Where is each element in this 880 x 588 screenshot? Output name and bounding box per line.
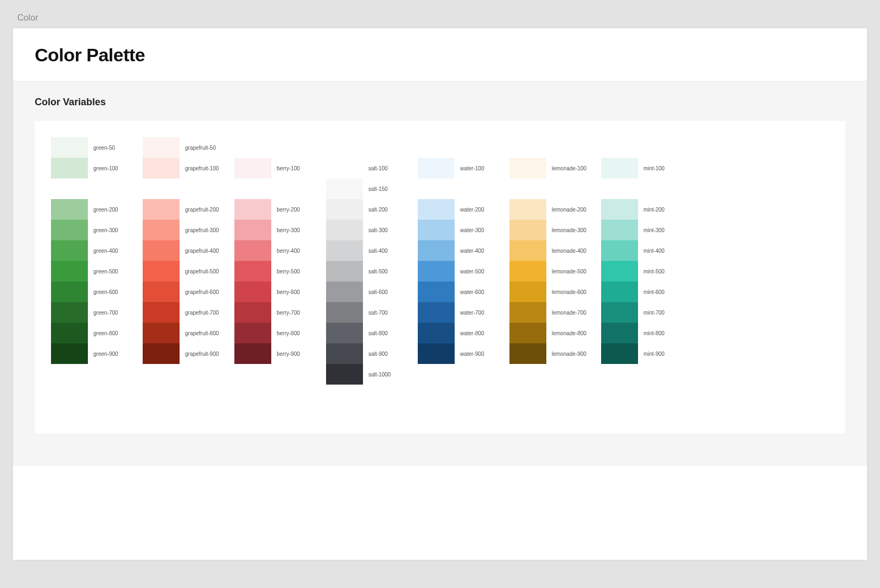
green-swatch bbox=[51, 199, 88, 220]
salt-swatch bbox=[326, 282, 363, 302]
empty-slot bbox=[509, 137, 594, 158]
grapefruit-swatch bbox=[143, 343, 180, 364]
swatch-row: lemonade-600 bbox=[509, 282, 594, 302]
swatch-row: green-100 bbox=[51, 158, 135, 178]
swatch-label: green-300 bbox=[93, 227, 118, 233]
swatch-row: berry-900 bbox=[234, 343, 318, 364]
swatch-row: grapefruit-700 bbox=[143, 302, 227, 323]
salt-swatch bbox=[326, 302, 363, 323]
swatch-row: salt-500 bbox=[326, 261, 410, 282]
swatch-label: grapefruit-200 bbox=[185, 207, 219, 213]
swatch-row: salt-600 bbox=[326, 282, 410, 302]
green-swatch bbox=[51, 158, 88, 178]
swatch-label: green-600 bbox=[93, 289, 118, 295]
berry-swatch bbox=[234, 323, 271, 343]
salt-swatch bbox=[326, 323, 363, 343]
green-swatch bbox=[51, 220, 88, 240]
swatch-label: salt-700 bbox=[368, 310, 388, 316]
lemonade-swatch bbox=[509, 158, 546, 178]
water-swatch bbox=[418, 302, 455, 323]
swatch-row: berry-700 bbox=[234, 302, 318, 323]
swatch-row: salt-700 bbox=[326, 302, 410, 323]
grapefruit-swatch bbox=[143, 220, 180, 240]
swatch-label: green-500 bbox=[93, 269, 118, 274]
green-swatch bbox=[51, 282, 88, 302]
swatch-row: salt-100 bbox=[326, 158, 410, 178]
main-group: water-200water-300water-400water-500wate… bbox=[418, 199, 502, 364]
column-berry: berry-100berry-200berry-300berry-400berr… bbox=[234, 137, 318, 364]
swatch-row: lemonade-300 bbox=[509, 220, 594, 240]
swatch-label: mint-800 bbox=[643, 330, 665, 336]
top-group: grapefruit-50grapefruit-100 bbox=[143, 137, 227, 178]
swatch-row: grapefruit-400 bbox=[143, 240, 227, 261]
swatch-row: grapefruit-300 bbox=[143, 220, 227, 240]
empty-slot bbox=[601, 137, 685, 158]
swatch-label: lemonade-500 bbox=[552, 269, 586, 274]
mint-swatch bbox=[601, 302, 638, 323]
swatch-row: lemonade-400 bbox=[509, 240, 594, 261]
swatch-row: lemonade-900 bbox=[509, 343, 594, 364]
berry-swatch bbox=[234, 261, 271, 282]
group-separator bbox=[234, 178, 318, 199]
lemonade-swatch bbox=[509, 343, 546, 364]
swatch-row: berry-800 bbox=[234, 323, 318, 343]
swatch-label: water-400 bbox=[460, 248, 484, 254]
swatch-row: lemonade-100 bbox=[509, 158, 594, 178]
swatch-label: mint-600 bbox=[643, 289, 665, 295]
swatch-row: salt-1000 bbox=[326, 364, 410, 385]
swatch-row: mint-600 bbox=[601, 282, 685, 302]
swatch-row: grapefruit-500 bbox=[143, 261, 227, 282]
swatch-row: green-800 bbox=[51, 323, 135, 343]
swatch-label: salt-150 bbox=[368, 186, 388, 192]
grapefruit-swatch bbox=[143, 323, 180, 343]
swatch-row: grapefruit-50 bbox=[143, 137, 227, 158]
swatch-label: grapefruit-400 bbox=[185, 248, 219, 254]
group-separator bbox=[51, 178, 135, 199]
swatch-label: grapefruit-600 bbox=[185, 289, 219, 295]
mint-swatch bbox=[601, 240, 638, 261]
empty-slot bbox=[234, 137, 318, 158]
swatch-row: grapefruit-200 bbox=[143, 199, 227, 220]
mint-swatch bbox=[601, 323, 638, 343]
swatch-row: berry-400 bbox=[234, 240, 318, 261]
lemonade-swatch bbox=[509, 240, 546, 261]
salt-swatch bbox=[326, 199, 363, 220]
swatch-label: green-900 bbox=[93, 351, 118, 357]
green-swatch bbox=[51, 302, 88, 323]
swatch-label: salt-1000 bbox=[368, 372, 391, 378]
berry-swatch bbox=[234, 343, 271, 364]
swatch-row: grapefruit-900 bbox=[143, 343, 227, 364]
water-swatch bbox=[418, 323, 455, 343]
swatch-row: lemonade-700 bbox=[509, 302, 594, 323]
swatch-row: mint-100 bbox=[601, 158, 685, 178]
swatch-row: water-700 bbox=[418, 302, 502, 323]
swatch-row: salt-800 bbox=[326, 323, 410, 343]
swatch-label: berry-400 bbox=[277, 248, 300, 254]
salt-swatch bbox=[326, 158, 363, 178]
lemonade-swatch bbox=[509, 323, 546, 343]
swatch-row: green-500 bbox=[51, 261, 135, 282]
swatch-label: green-400 bbox=[93, 248, 118, 254]
swatch-row: water-600 bbox=[418, 282, 502, 302]
swatch-label: mint-400 bbox=[643, 248, 665, 254]
berry-swatch bbox=[234, 158, 271, 178]
swatch-label: berry-800 bbox=[277, 330, 300, 336]
swatch-row: water-300 bbox=[418, 220, 502, 240]
grapefruit-swatch bbox=[143, 199, 180, 220]
swatch-row: lemonade-500 bbox=[509, 261, 594, 282]
green-swatch bbox=[51, 323, 88, 343]
group-separator: salt-150 bbox=[326, 178, 410, 199]
swatch-label: lemonade-700 bbox=[552, 310, 586, 316]
swatch-label: water-700 bbox=[460, 310, 484, 316]
main-group: grapefruit-200grapefruit-300grapefruit-4… bbox=[143, 199, 227, 364]
group-separator bbox=[418, 178, 502, 199]
swatch-label: grapefruit-700 bbox=[185, 310, 219, 316]
grapefruit-swatch bbox=[143, 240, 180, 261]
group-separator bbox=[143, 178, 227, 199]
swatch-label: lemonade-900 bbox=[552, 351, 586, 357]
swatch-label: salt-400 bbox=[368, 248, 388, 254]
swatch-label: salt-600 bbox=[368, 289, 388, 295]
swatch-label: mint-300 bbox=[643, 227, 665, 233]
swatch-label: water-800 bbox=[460, 330, 484, 336]
mint-swatch bbox=[601, 158, 638, 178]
